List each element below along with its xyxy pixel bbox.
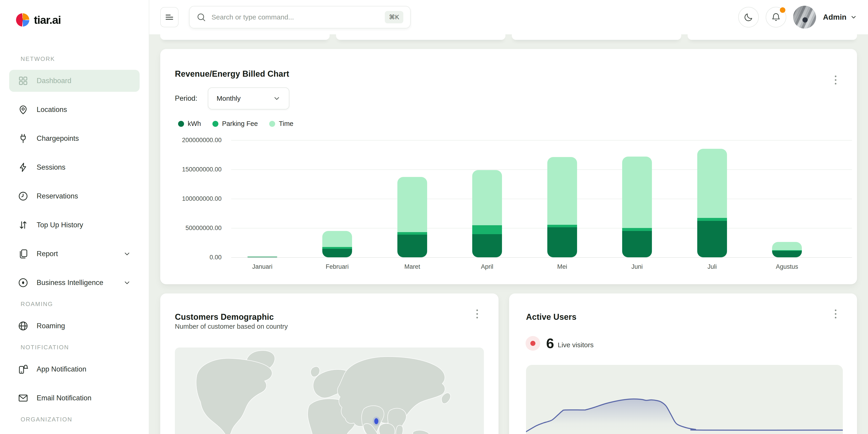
live-visitors-row: 6 Live visitors bbox=[526, 336, 593, 351]
bar-segment-parking-fee bbox=[697, 218, 727, 221]
kpi-card-row-partial bbox=[160, 34, 857, 40]
bar-segment-parking-fee bbox=[322, 247, 352, 249]
sidebar-item-email-notification[interactable]: Email Notification bbox=[9, 387, 140, 409]
bar-januari[interactable] bbox=[247, 256, 277, 257]
x-axis-tick: Agustus bbox=[750, 263, 824, 270]
user-name: Admin bbox=[823, 13, 846, 22]
sidebar-section-label: ROAMING bbox=[21, 301, 140, 308]
revenue-card-menu-button[interactable] bbox=[833, 74, 838, 86]
x-axis-tick: Juli bbox=[676, 263, 749, 270]
clock-icon bbox=[18, 191, 28, 202]
sidebar-item-business-intelligence[interactable]: Business Intelligence bbox=[9, 272, 140, 294]
gridline bbox=[231, 140, 852, 141]
search-icon bbox=[196, 12, 206, 22]
bar-segment-kwh bbox=[622, 231, 652, 257]
bar-segment-parking-fee bbox=[622, 228, 652, 231]
legend-dot bbox=[269, 121, 275, 127]
topbar: ⌘K Admin bbox=[149, 0, 868, 34]
zap-icon bbox=[18, 162, 28, 173]
x-axis-tick: Januari bbox=[226, 263, 299, 270]
chart-legend: kWhParking FeeTime bbox=[178, 120, 293, 127]
dark-mode-button[interactable] bbox=[738, 7, 759, 28]
legend-label: Parking Fee bbox=[222, 120, 258, 127]
bar-juni[interactable] bbox=[622, 157, 652, 257]
partial-card bbox=[512, 34, 681, 40]
sidebar-section-label: NOTIFICATION bbox=[21, 344, 140, 351]
period-select[interactable]: Monthly bbox=[208, 88, 289, 110]
doc-icon bbox=[18, 249, 28, 259]
sidebar-item-sessions[interactable]: Sessions bbox=[9, 156, 140, 178]
revenue-energy-card: Revenue/Energy Billed Chart Period: Mont… bbox=[160, 49, 857, 284]
live-visitors-count: 6 bbox=[546, 336, 554, 350]
sidebar-item-label: Report bbox=[37, 250, 58, 258]
bar-segment-kwh bbox=[472, 234, 502, 257]
sidebar-section-label: ORGANIZATION bbox=[21, 416, 140, 423]
y-axis-tick: 150000000.00 bbox=[160, 166, 222, 173]
bar-segment-kwh bbox=[397, 235, 427, 257]
sidebar-item-label: Sessions bbox=[37, 163, 65, 172]
period-label: Period: bbox=[175, 94, 197, 102]
eye-icon bbox=[18, 277, 28, 288]
bar-agustus[interactable] bbox=[772, 242, 802, 257]
active-users-menu-button[interactable] bbox=[833, 308, 838, 320]
active-users-card: Active Users 6 Live visitors bbox=[509, 293, 857, 434]
period-value: Monthly bbox=[217, 95, 241, 102]
mail-icon bbox=[18, 393, 28, 403]
chevron-down-icon bbox=[273, 95, 281, 102]
sidebar-item-roaming[interactable]: Roaming bbox=[9, 315, 140, 337]
sidebar-item-report[interactable]: Report bbox=[9, 243, 140, 265]
user-menu[interactable]: Admin bbox=[823, 13, 857, 22]
legend-item-kwh: kWh bbox=[178, 120, 201, 127]
sidebar-item-label: Locations bbox=[37, 105, 67, 114]
sidebar-item-dashboard[interactable]: Dashboard bbox=[9, 70, 140, 92]
menu-icon bbox=[164, 12, 175, 22]
notifications-button[interactable] bbox=[766, 7, 786, 28]
pin-icon bbox=[18, 104, 28, 115]
y-axis-tick: 0.00 bbox=[160, 254, 222, 261]
notification-dot bbox=[780, 7, 785, 13]
legend-label: Time bbox=[279, 120, 293, 127]
sidebar-item-reservations[interactable]: Reservations bbox=[9, 185, 140, 207]
bar-segment-time bbox=[547, 157, 577, 225]
active-users-trend-chart bbox=[526, 365, 843, 434]
brand-logo[interactable]: tiar.ai bbox=[16, 13, 149, 27]
search-bar[interactable]: ⌘K bbox=[189, 6, 411, 28]
sidebar-item-locations[interactable]: Locations bbox=[9, 99, 140, 121]
sidebar-item-chargepoints[interactable]: Chargepoints bbox=[9, 127, 140, 150]
search-input[interactable] bbox=[211, 13, 380, 21]
x-axis-tick: Maret bbox=[376, 263, 449, 270]
sidebar-item-label: Chargepoints bbox=[37, 134, 79, 143]
sidebar-toggle-button[interactable] bbox=[160, 7, 179, 27]
legend-item-time: Time bbox=[269, 120, 293, 127]
demographic-card-menu-button[interactable] bbox=[475, 308, 479, 320]
moon-icon bbox=[744, 12, 753, 22]
sidebar-item-label: Dashboard bbox=[37, 77, 71, 85]
legend-dot bbox=[212, 121, 218, 127]
bar-februari[interactable] bbox=[322, 231, 352, 257]
bar-april[interactable] bbox=[472, 170, 502, 257]
grid-icon bbox=[18, 75, 28, 86]
revenue-card-title: Revenue/Energy Billed Chart bbox=[175, 69, 289, 79]
live-dot-icon bbox=[530, 341, 535, 346]
x-axis-tick: April bbox=[451, 263, 524, 270]
sidebar-item-top-up-history[interactable]: Top Up History bbox=[9, 214, 140, 236]
chevron-down-icon bbox=[123, 250, 131, 258]
gridline bbox=[231, 228, 852, 228]
map-marker[interactable] bbox=[374, 418, 378, 424]
bar-segment-kwh bbox=[697, 221, 727, 257]
bar-juli[interactable] bbox=[697, 149, 727, 257]
bar-mei[interactable] bbox=[547, 157, 577, 257]
bar-maret[interactable] bbox=[397, 177, 427, 257]
legend-label: kWh bbox=[188, 120, 201, 127]
bar-segment-time bbox=[622, 157, 652, 228]
y-axis-tick: 200000000.00 bbox=[160, 137, 222, 144]
world-map[interactable] bbox=[175, 347, 484, 434]
avatar[interactable] bbox=[793, 6, 816, 29]
brand-pie-icon bbox=[16, 13, 29, 27]
sidebar-item-label: Reservations bbox=[37, 192, 78, 200]
gridline bbox=[231, 169, 852, 170]
partial-card bbox=[688, 34, 857, 40]
sidebar: tiar.ai NETWORKDashboardLocationsChargep… bbox=[0, 0, 149, 434]
sidebar-item-label: Email Notification bbox=[37, 394, 91, 402]
sidebar-item-app-notification[interactable]: App Notification bbox=[9, 358, 140, 380]
